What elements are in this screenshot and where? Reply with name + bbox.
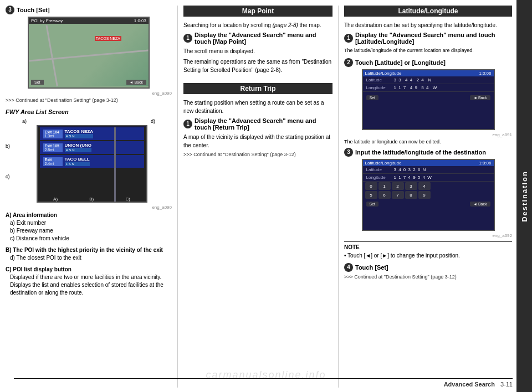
lat-step4-label: Touch [Set] — [355, 264, 388, 271]
fwy-title: FWY Area List Screen — [6, 109, 172, 115]
lat-row-1: Latitude 3 3 4 4 2 4 N — [363, 76, 494, 84]
section-c-title: C) POI list display button — [6, 266, 172, 272]
area-info-c: C) POI list display button Displayed if … — [6, 266, 172, 297]
lat-back-btn-2[interactable]: ◄ Back — [470, 202, 490, 207]
return-continued: >>> Continued at "Destination Setting" (… — [183, 152, 332, 157]
note-box: NOTE • Touch [◄] or [►] to change the in… — [344, 241, 512, 260]
lat-long-header: Latitude/Longitude — [344, 6, 512, 17]
map-step1-label: Display the "Advanced Search" menu and t… — [195, 32, 332, 45]
return-step1-header: 1 Display the "Advanced Search" menu and… — [183, 117, 332, 131]
map-step1-circle: 1 — [183, 34, 192, 43]
fwy-bottom-b: B) — [89, 197, 94, 202]
section-a-item-3: c) Distance from vehicle — [6, 235, 172, 243]
fwy-item-3: Exit 2.4mi TACO BELL F S N — [40, 155, 144, 168]
keypad-row-1: 0 1 2 3 4 — [363, 182, 494, 190]
lat-step1-label: Display the "Advanced Search" menu and t… — [355, 32, 512, 45]
set-btn[interactable]: Set — [31, 80, 44, 85]
lat-value-2: 3 4 0 3 2 6 N — [394, 167, 427, 172]
fwy-label-a: a) — [22, 118, 27, 124]
eng-ref-fwy: eng_a090 — [6, 205, 172, 210]
lat-step3-label: Input the latitude/longitude of the dest… — [355, 149, 486, 156]
footer-page: 3-11 — [500, 381, 513, 388]
long-label-1: Longitude — [366, 85, 394, 90]
map-step1-desc2: The remaining operations are the same as… — [183, 58, 332, 74]
key-7[interactable]: 7 — [392, 191, 404, 199]
nav-screen: POI by Freeway 1:0:03 TACOS NEZA Set ◄ B… — [28, 17, 150, 89]
eng-ref-1: eng_a090 — [6, 91, 172, 96]
section-a-title: A) Area information — [6, 212, 172, 218]
fwy-label-d: d) — [151, 118, 155, 124]
lat-step2-desc: The latitude or longitude can now be edi… — [344, 138, 512, 146]
key-0[interactable]: 0 — [365, 182, 377, 190]
fwy-item-2: Exit 105 2.8mi UNION (UNO H S N — [40, 141, 144, 154]
key-2[interactable]: 2 — [392, 182, 404, 190]
long-label-2: Longitude — [366, 175, 394, 180]
right-column: Latitude/Longitude The destination can b… — [338, 6, 512, 388]
footer-section: Advanced Search — [444, 381, 495, 388]
lat-step4-header: 4 Touch [Set] — [344, 263, 512, 272]
lat-step2-label: Touch [Latitude] or [Longitude] — [355, 59, 446, 66]
left-column: 3 Touch [Set] POI by Freeway 1:0:03 TACO… — [6, 6, 177, 388]
nav-screen-time: 1:0:03 — [134, 18, 146, 23]
step3-circle: 3 — [6, 6, 14, 14]
map-point-container: Searching for a location by scrolling (p… — [183, 21, 332, 74]
lat-screen-1-header: Latitude/Longitude 1:0:06 — [363, 70, 494, 76]
nav-screen-header: POI by Freeway 1:0:03 — [29, 18, 149, 24]
lat-label-1: Latitude — [366, 78, 394, 82]
step3-header: 3 Touch [Set] — [6, 6, 172, 14]
eng-ref-lat1: eng_a091 — [344, 132, 512, 137]
lat-screen-1-footer: Set ◄ Back — [363, 94, 494, 101]
lat-set-btn-1[interactable]: Set — [366, 95, 379, 100]
lat-screen-1-time: 1:0:06 — [479, 71, 491, 76]
lat-step1-circle: 1 — [344, 34, 353, 43]
lat-step1-desc: The latitude/longitude of the current lo… — [344, 47, 512, 55]
lat-step2-circle: 2 — [344, 58, 353, 67]
map-point-header: Map Point — [183, 6, 332, 17]
section-b-item-1: d) The closest POI to the exit — [6, 254, 172, 262]
key-3[interactable]: 3 — [405, 182, 417, 190]
section-a-item-2: b) Freeway name — [6, 227, 172, 235]
key-6[interactable]: 6 — [378, 191, 391, 199]
return-step1-label: Display the "Advanced Search" menu and t… — [195, 117, 332, 131]
key-5[interactable]: 5 — [365, 191, 377, 199]
long-value-1: 1 1 7 4 9 5 4 W — [394, 85, 438, 90]
key-4[interactable]: 4 — [418, 182, 431, 190]
lat-step3-header: 3 Input the latitude/longitude of the de… — [344, 148, 512, 157]
section-a-item-1: a) Exit number — [6, 219, 172, 227]
eng-ref-lat2: eng_a092 — [344, 233, 512, 238]
map-step1-desc1: The scroll menu is displayed. — [183, 47, 332, 55]
key-1[interactable]: 1 — [378, 182, 391, 190]
long-row-2: Longitude 1 1 7 4 9 5 4 W — [363, 174, 494, 182]
long-row-1: Longitude 1 1 7 4 9 5 4 W — [363, 84, 494, 92]
back-btn[interactable]: ◄ Back — [126, 80, 146, 85]
long-value-2: 1 1 7 4 9 5 4 W — [394, 175, 432, 180]
nav-screen-title: POI by Freeway — [31, 18, 63, 23]
fwy-label-b: b) — [6, 143, 10, 149]
fwy-screen: Exit 104 1.3mi TACOS NEZA H S N — [37, 125, 147, 203]
lat-step2-header: 2 Touch [Latitude] or [Longitude] — [344, 58, 512, 67]
note-item-1: • Touch [◄] or [►] to change the input p… — [344, 252, 512, 260]
map-point-page-ref: (page 2-8) — [273, 22, 298, 28]
lat-screen-2-title: Latitude/Longitude — [365, 161, 402, 166]
destination-tab: Destination — [516, 0, 532, 392]
key-9[interactable]: 9 — [418, 191, 431, 199]
key-8[interactable]: 8 — [405, 191, 417, 199]
lat-label-2: Latitude — [366, 167, 394, 172]
section-b-title: B) The POI with the highest priority in … — [6, 247, 172, 253]
lat-step4-continued: >>> Continued at "Destination Setting" (… — [344, 274, 512, 280]
lat-back-btn-1[interactable]: ◄ Back — [470, 95, 490, 100]
lat-set-btn-2[interactable]: Set — [366, 202, 379, 207]
fwy-item-1: Exit 104 1.3mi TACOS NEZA H S N — [40, 127, 144, 140]
lat-screen-2-header: Latitude/Longitude 1:0:06 — [363, 160, 494, 166]
lat-screen-2: Latitude/Longitude 1:0:06 Latitude 3 4 0… — [362, 159, 495, 231]
middle-column: Map Point Searching for a location by sc… — [177, 6, 338, 388]
section-c-text: Displayed if there are two or more facil… — [6, 274, 172, 297]
return-trip-header: Return Trip — [183, 83, 332, 94]
lat-row-2: Latitude 3 4 0 3 2 6 N — [363, 166, 494, 174]
map-point-intro: Searching for a location by scrolling (p… — [183, 21, 332, 29]
lat-screen-1-title: Latitude/Longitude — [365, 71, 402, 76]
lat-value-1: 3 3 4 4 2 4 N — [394, 78, 432, 82]
fwy-label-c: c) — [6, 174, 10, 179]
lat-screen-1: Latitude/Longitude 1:0:06 Latitude 3 3 4… — [362, 69, 495, 130]
map-step1-header: 1 Display the "Advanced Search" menu and… — [183, 32, 332, 45]
